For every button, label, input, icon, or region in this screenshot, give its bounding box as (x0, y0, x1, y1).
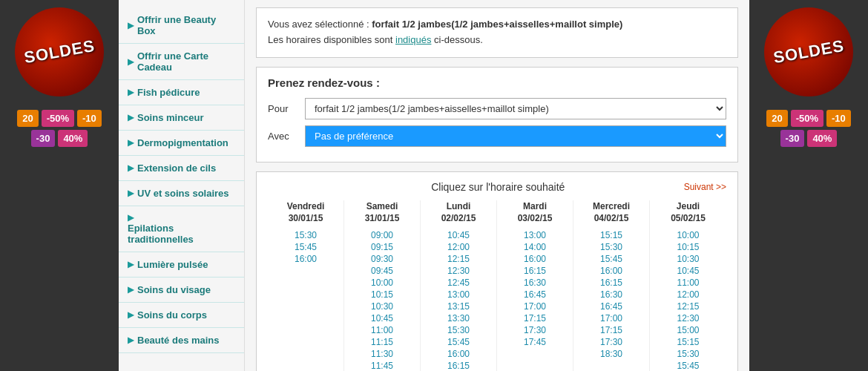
time-slot[interactable]: 12:00 (424, 241, 493, 253)
nav-item-soins-corps[interactable]: ▶ Soins du corps (119, 303, 244, 328)
day-header: Samedi 31/01/15 (365, 200, 400, 226)
time-slot[interactable]: 15:30 (271, 229, 341, 241)
arrow-icon: ▶ (128, 213, 134, 223)
time-slot[interactable]: 10:15 (347, 289, 417, 301)
left-nav: ▶ Offrir une Beauty Box ▶ Offrir une Car… (119, 0, 245, 371)
time-slot[interactable]: 10:30 (653, 253, 723, 265)
nav-item-fish-pedicure[interactable]: ▶ Fish pédicure (119, 80, 244, 105)
nav-item-epilations[interactable]: ▶ Epilations traditionnelles (119, 206, 244, 252)
pour-row: Pour forfait 1/2 jambes(1/2 jambes+aisse… (268, 98, 726, 119)
time-slot[interactable]: 12:45 (424, 277, 493, 289)
time-slot[interactable]: 11:45 (347, 360, 417, 371)
soldes-badge-left: SOLDES (15, 7, 104, 96)
content-area: Vous avez sélectionné : forfait 1/2 jamb… (245, 0, 749, 371)
time-slot[interactable]: 13:00 (424, 289, 493, 301)
time-slot[interactable]: 16:45 (576, 301, 646, 312)
selected-value: forfait 1/2 jambes(1/2 jambes+aisselles+… (372, 19, 622, 30)
indicated-link[interactable]: indiqués (395, 34, 431, 45)
time-slot[interactable]: 16:00 (424, 348, 493, 360)
discount-tags-right: 20 -50% -10 -30 40% (760, 104, 857, 153)
nav-item-beauty-box[interactable]: ▶ Offrir une Beauty Box (119, 7, 244, 44)
time-slot[interactable]: 09:30 (347, 253, 417, 265)
time-slot[interactable]: 15:15 (576, 229, 646, 241)
time-slot[interactable]: 11:15 (347, 336, 417, 348)
time-slot[interactable]: 11:00 (347, 324, 417, 336)
time-slot[interactable]: 14:00 (500, 241, 570, 253)
time-slot[interactable]: 11:00 (653, 277, 723, 289)
time-slot[interactable]: 17:15 (576, 324, 646, 336)
time-slot[interactable]: 11:30 (347, 348, 417, 360)
schedule-grid: Vendredi 30/01/1515:3015:4516:00Samedi 3… (268, 200, 726, 371)
time-slot[interactable]: 15:45 (576, 253, 646, 265)
schedule-title: Cliquez sur l'horaire souhaité (312, 181, 684, 193)
time-slot[interactable]: 10:15 (653, 241, 723, 253)
nav-item-carte-cadeau[interactable]: ▶ Offrir une Carte Cadeau (119, 44, 244, 80)
time-slot[interactable]: 10:45 (424, 229, 493, 241)
time-slot[interactable]: 15:45 (424, 336, 493, 348)
day-header: Mercredi 04/02/15 (593, 200, 630, 226)
nav-item-beaute-mains[interactable]: ▶ Beauté des mains (119, 328, 244, 353)
arrow-icon: ▶ (128, 21, 134, 30)
arrow-icon: ▶ (128, 188, 134, 198)
time-slot[interactable]: 10:00 (653, 229, 723, 241)
tag-50: -50% (42, 110, 74, 127)
time-slot[interactable]: 12:15 (424, 253, 493, 265)
time-slot[interactable]: 15:15 (653, 336, 723, 348)
nav-item-dermopigmentation[interactable]: ▶ Dermopigmentation (119, 131, 244, 156)
time-slot[interactable]: 16:15 (576, 277, 646, 289)
day-column: Jeudi 05/02/1510:0010:1510:3010:4511:001… (650, 200, 726, 371)
tag-10-r: -10 (826, 110, 851, 127)
time-slot[interactable]: 17:00 (576, 312, 646, 324)
suivant-link[interactable]: Suivant >> (684, 182, 726, 192)
time-slot[interactable]: 10:45 (653, 265, 723, 277)
time-slot[interactable]: 15:30 (653, 348, 723, 360)
time-slot[interactable]: 10:45 (347, 312, 417, 324)
soldes-text-left: SOLDES (22, 36, 96, 68)
nav-item-extension-cils[interactable]: ▶ Extension de cils (119, 156, 244, 181)
time-slot[interactable]: 15:30 (424, 324, 493, 336)
avec-select[interactable]: Pas de préférence (305, 125, 726, 147)
time-slot[interactable]: 12:00 (653, 289, 723, 301)
time-slot[interactable]: 15:00 (653, 324, 723, 336)
time-slot[interactable]: 09:15 (347, 241, 417, 253)
time-slot[interactable]: 17:30 (500, 324, 570, 336)
time-slot[interactable]: 16:30 (500, 277, 570, 289)
time-slot[interactable]: 09:45 (347, 265, 417, 277)
time-slot[interactable]: 16:30 (576, 289, 646, 301)
nav-item-soins-visage[interactable]: ▶ Soins du visage (119, 278, 244, 303)
time-slot[interactable]: 13:15 (424, 301, 493, 312)
time-slot[interactable]: 17:45 (500, 336, 570, 348)
time-slot[interactable]: 10:00 (347, 277, 417, 289)
tag-40-r: 40% (807, 130, 837, 147)
time-slot[interactable]: 15:45 (653, 360, 723, 371)
time-slot[interactable]: 16:00 (500, 253, 570, 265)
time-slot[interactable]: 16:15 (424, 360, 493, 371)
time-slot[interactable]: 18:30 (576, 348, 646, 360)
time-slot[interactable]: 12:30 (653, 312, 723, 324)
booking-box: Prenez rendez-vous : Pour forfait 1/2 ja… (256, 67, 738, 162)
schedule-header: Cliquez sur l'horaire souhaité Suivant >… (268, 181, 726, 193)
time-slot[interactable]: 15:30 (576, 241, 646, 253)
time-slot[interactable]: 09:00 (347, 229, 417, 241)
time-slot[interactable]: 17:00 (500, 301, 570, 312)
time-slot[interactable]: 13:00 (500, 229, 570, 241)
time-slot[interactable]: 17:30 (576, 336, 646, 348)
time-slot[interactable]: 10:30 (347, 301, 417, 312)
arrow-icon: ▶ (128, 88, 134, 97)
left-banner: SOLDES 20 -50% -10 -30 40% (0, 0, 119, 371)
time-slot[interactable]: 16:00 (576, 265, 646, 277)
arrow-icon: ▶ (128, 260, 134, 269)
time-slot[interactable]: 12:30 (424, 265, 493, 277)
time-slot[interactable]: 12:15 (653, 301, 723, 312)
nav-item-lumiere-pulsee[interactable]: ▶ Lumière pulsée (119, 252, 244, 278)
nav-item-uv-soins[interactable]: ▶ UV et soins solaires (119, 181, 244, 206)
time-slot[interactable]: 16:00 (271, 253, 341, 265)
pour-select[interactable]: forfait 1/2 jambes(1/2 jambes+aisselles+… (305, 98, 726, 119)
time-slot[interactable]: 15:45 (271, 241, 341, 253)
time-slot[interactable]: 16:15 (500, 265, 570, 277)
discount-tags-left: 20 -50% -10 -30 40% (11, 104, 108, 153)
time-slot[interactable]: 16:45 (500, 289, 570, 301)
time-slot[interactable]: 13:30 (424, 312, 493, 324)
nav-item-soins-minceur[interactable]: ▶ Soins minceur (119, 105, 244, 131)
time-slot[interactable]: 17:15 (500, 312, 570, 324)
